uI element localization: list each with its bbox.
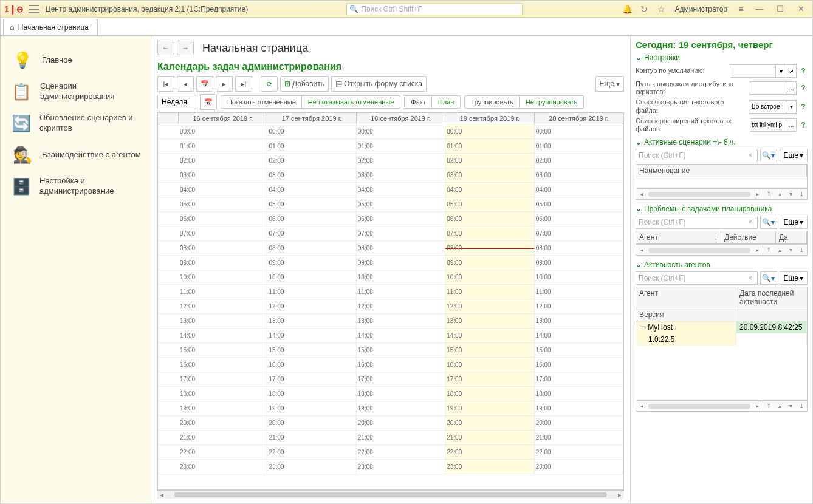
search-button[interactable]: 🔍▾	[760, 271, 777, 285]
cal-hour-cell[interactable]: 16:00	[357, 358, 445, 372]
date-picker-button[interactable]: 📅	[200, 94, 217, 110]
cal-hour-cell[interactable]: 06:00	[535, 212, 623, 226]
ext-input[interactable]	[750, 118, 786, 132]
cal-hour-cell[interactable]: 23:00	[535, 460, 623, 474]
cal-hour-cell[interactable]: 19:00	[445, 401, 533, 416]
cal-refresh-button[interactable]: ⟳	[261, 76, 278, 92]
cal-hour-cell[interactable]: 12:00	[267, 299, 355, 314]
open-icon[interactable]: ↗	[786, 64, 797, 78]
nav-down-icon[interactable]: ▾	[785, 245, 796, 255]
contour-input[interactable]	[730, 64, 776, 78]
cal-hour-cell[interactable]: 01:00	[179, 139, 267, 154]
scroll-left-icon[interactable]: ◂	[636, 245, 647, 255]
cal-hour-cell[interactable]: 00:00	[267, 124, 355, 139]
cal-hour-cell[interactable]: 22:00	[357, 445, 445, 460]
cal-hour-cell[interactable]: 21:00	[179, 431, 267, 445]
cal-hour-cell[interactable]: 21:00	[267, 431, 355, 445]
clear-icon[interactable]: ×	[746, 218, 755, 226]
cal-hour-cell[interactable]: 03:00	[267, 168, 355, 183]
cal-hour-cell[interactable]: 13:00	[445, 314, 533, 329]
plan-button[interactable]: План	[431, 95, 461, 109]
cal-hour-cell[interactable]: 05:00	[535, 197, 623, 212]
help-icon[interactable]: ?	[799, 103, 808, 111]
problems-search[interactable]: Поиск (Ctrl+F) ×	[636, 216, 758, 229]
cal-day-column[interactable]: 00:0001:0002:0003:0004:0005:0006:0007:00…	[267, 124, 356, 474]
nav-last-icon[interactable]: ⤓	[796, 401, 807, 411]
cal-hour-cell[interactable]: 15:00	[445, 343, 533, 358]
cal-hour-cell[interactable]: 10:00	[267, 270, 355, 285]
cal-hour-cell[interactable]: 17:00	[445, 372, 533, 387]
maximize-button[interactable]: ☐	[772, 3, 788, 15]
cal-hour-cell[interactable]: 07:00	[445, 226, 533, 241]
cal-hour-cell[interactable]: 23:00	[179, 460, 267, 474]
cal-hour-cell[interactable]: 12:00	[357, 299, 445, 314]
cal-hour-cell[interactable]: 18:00	[535, 387, 623, 401]
clear-icon[interactable]: ×	[746, 274, 755, 282]
cal-hour-cell[interactable]: 18:00	[357, 387, 445, 401]
nav-up-icon[interactable]: ▴	[774, 401, 785, 411]
nav-down-icon[interactable]: ▾	[785, 189, 796, 199]
cal-hour-cell[interactable]: 07:00	[535, 226, 623, 241]
cal-hour-cell[interactable]: 02:00	[357, 154, 445, 168]
add-button[interactable]: ⊞ Добавить	[280, 76, 329, 92]
more-button[interactable]: Еще ▾	[595, 76, 624, 92]
help-icon[interactable]: ?	[799, 67, 808, 75]
cal-hour-cell[interactable]: 17:00	[179, 372, 267, 387]
problems-table[interactable]: Агент ↓ Действие Да ◂ ▸ ⤒ ▴ ▾	[636, 231, 808, 256]
cal-hour-cell[interactable]: 04:00	[445, 183, 533, 197]
cal-hour-cell[interactable]: 18:00	[445, 387, 533, 401]
cal-hour-cell[interactable]: 12:00	[179, 299, 267, 314]
cal-hour-cell[interactable]: 23:00	[445, 460, 533, 474]
cal-hour-cell[interactable]: 17:00	[357, 372, 445, 387]
agents-table[interactable]: Агент Дата последней активности Версия ▭…	[636, 287, 808, 412]
cal-hour-cell[interactable]: 07:00	[357, 226, 445, 241]
sidebar-item-agent[interactable]: 🕵️ Взаимодействие с агентом	[1, 139, 151, 171]
settings-section-header[interactable]: Настройки	[636, 53, 808, 62]
history-icon[interactable]: ↻	[638, 3, 650, 15]
cal-hour-cell[interactable]: 03:00	[179, 168, 267, 183]
sidebar-item-updates[interactable]: 🔄 Обновление сценариев и скриптов	[1, 107, 151, 139]
nav-first-icon[interactable]: ⤒	[763, 245, 774, 255]
cal-hour-cell[interactable]: 09:00	[179, 256, 267, 270]
scroll-right-icon[interactable]: ▸	[752, 245, 763, 255]
cal-hour-cell[interactable]: 04:00	[535, 183, 623, 197]
nav-back-button[interactable]: ←	[157, 41, 174, 55]
scroll-right-icon[interactable]: ▸	[752, 401, 763, 411]
cal-hour-cell[interactable]: 13:00	[357, 314, 445, 329]
fact-button[interactable]: Факт	[405, 96, 431, 108]
scenarios-search[interactable]: Поиск (Ctrl+F) ×	[636, 149, 758, 162]
cal-last-button[interactable]: ▸|	[235, 76, 252, 92]
cal-hour-cell[interactable]: 09:00	[535, 256, 623, 270]
cal-hour-cell[interactable]: 02:00	[445, 154, 533, 168]
calendar-hscroll[interactable]: ◂ ▸	[157, 490, 624, 499]
cal-hour-cell[interactable]: 12:00	[445, 299, 533, 314]
cal-hour-cell[interactable]: 01:00	[267, 139, 355, 154]
cal-hour-cell[interactable]: 10:00	[445, 270, 533, 285]
cal-hour-cell[interactable]: 00:00	[445, 124, 533, 139]
cal-hour-cell[interactable]: 09:00	[445, 256, 533, 270]
distrib-input[interactable]	[750, 81, 786, 95]
more-button[interactable]: Еще▾	[780, 271, 808, 285]
cal-hour-cell[interactable]: 13:00	[535, 314, 623, 329]
show-cancelled-button[interactable]: Показать отмененные	[221, 96, 302, 108]
cal-hour-cell[interactable]: 02:00	[535, 154, 623, 168]
cal-hour-cell[interactable]: 11:00	[267, 285, 355, 299]
cal-hour-cell[interactable]: 11:00	[445, 285, 533, 299]
group-button[interactable]: Группировать	[465, 96, 520, 108]
problems-section-header[interactable]: Проблемы с задачами планировщика	[636, 205, 808, 213]
cal-hour-cell[interactable]: 10:00	[357, 270, 445, 285]
cal-hour-cell[interactable]: 02:00	[267, 154, 355, 168]
cal-hour-cell[interactable]: 15:00	[535, 343, 623, 358]
close-button[interactable]: ✕	[793, 3, 809, 15]
cal-hour-cell[interactable]: 16:00	[535, 358, 623, 372]
cal-hour-cell[interactable]: 03:00	[535, 168, 623, 183]
menu-lines-icon[interactable]: ≡	[735, 3, 747, 15]
cal-first-button[interactable]: |◂	[157, 76, 174, 92]
more-button[interactable]: Еще▾	[780, 216, 808, 229]
cal-hour-cell[interactable]: 20:00	[267, 416, 355, 431]
hamburger-icon[interactable]	[29, 5, 39, 13]
cal-hour-cell[interactable]: 14:00	[445, 329, 533, 343]
help-icon[interactable]: ?	[799, 84, 808, 92]
cal-hour-cell[interactable]: 09:00	[267, 256, 355, 270]
nav-last-icon[interactable]: ⤓	[796, 245, 807, 255]
